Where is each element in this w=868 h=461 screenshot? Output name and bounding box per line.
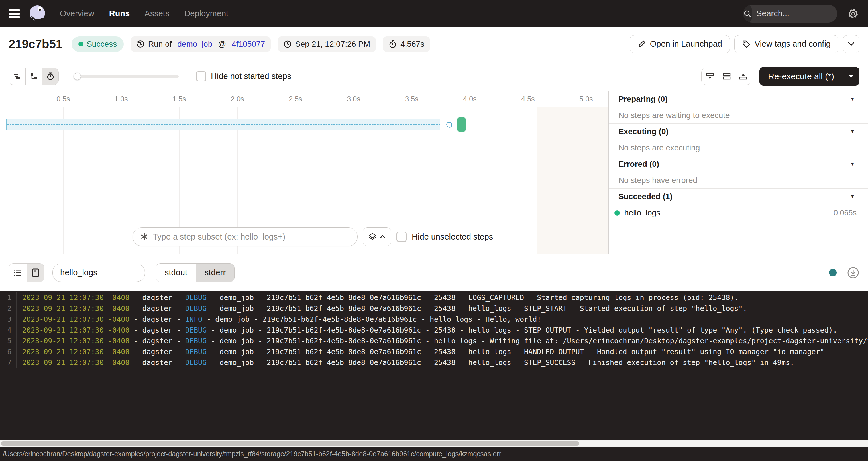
zoom-slider-handle[interactable]: [73, 73, 81, 80]
zoom-slider[interactable]: [73, 73, 179, 80]
duration-pill: 4.567s: [383, 36, 430, 52]
nav-overview[interactable]: Overview: [60, 9, 94, 18]
log-line: 2 2023-09-21 12:07:30 -0400 - dagster - …: [0, 303, 868, 314]
step-subset-field[interactable]: [153, 232, 350, 242]
nav-runs[interactable]: Runs: [109, 9, 130, 18]
run-actions-dropdown-button[interactable]: [843, 35, 860, 53]
chevron-up-icon: [379, 235, 386, 239]
reexecute-all-button[interactable]: Re-execute all (*): [760, 67, 860, 86]
run-main-area: 0.5s 1.0s 1.5s 2.0s 2.5s 3.0s 3.5s 4.0s …: [0, 91, 868, 254]
step-waiting-band: [6, 119, 440, 130]
log-toolbar: stdout stderr: [0, 254, 868, 290]
log-filter-field[interactable]: [60, 268, 137, 277]
job-link[interactable]: demo_job: [177, 40, 212, 49]
download-icon[interactable]: [847, 267, 860, 279]
step-subset-row: Hide unselected steps: [132, 227, 493, 246]
log-filter-input[interactable]: [53, 264, 145, 282]
axis-tick: 0.5s: [56, 91, 70, 107]
log-line: 3 2023-09-21 12:07:30 -0400 - dagster - …: [0, 314, 868, 325]
log-line: 6 2023-09-21 12:07:30 -0400 - dagster - …: [0, 346, 868, 357]
pencil-icon: [638, 40, 646, 49]
chevron-down-icon: ▼: [850, 194, 855, 199]
log-file-path: /Users/erincochran/Desktop/dagster-examp…: [3, 450, 501, 458]
chevron-down-icon: ▼: [850, 129, 855, 134]
log-view-mode-group: [8, 263, 44, 282]
axis-tick: 1.0s: [114, 91, 128, 107]
log-path-statusbar: /Users/erincochran/Desktop/dagster-examp…: [0, 447, 868, 461]
graph-query-toggle-button[interactable]: [363, 227, 391, 246]
nav-links: Overview Runs Assets Deployment: [60, 9, 228, 18]
gantt-view-mode-group: [8, 68, 59, 85]
hide-unselected-label: Hide unselected steps: [412, 232, 493, 242]
axis-tick: 4.0s: [463, 91, 476, 107]
gantt-plot-area: Hide unselected steps: [0, 107, 609, 254]
chevron-down-icon: ▼: [850, 161, 855, 167]
history-icon: [136, 40, 145, 49]
run-header: 219c7b51 Success Run of demo_job @ 4f105…: [0, 27, 868, 61]
hide-not-started-label: Hide not started steps: [211, 71, 291, 81]
section-executing-empty: No steps are executing: [609, 140, 868, 156]
step-status-panel: Preparing (0)▼ No steps are waiting to e…: [609, 91, 868, 254]
gantt-step-bar-hello-logs[interactable]: [457, 117, 466, 132]
after-run-end-region: [537, 107, 609, 254]
split-top-icon[interactable]: [735, 68, 751, 85]
log-line: 5 2023-09-21 12:07:30 -0400 - dagster - …: [0, 336, 868, 346]
stopwatch-icon: [389, 40, 397, 49]
section-executing[interactable]: Executing (0)▼: [609, 124, 868, 140]
raw-log-view-icon[interactable]: [27, 264, 44, 282]
step-subset-input[interactable]: [132, 227, 358, 246]
search-field[interactable]: [752, 9, 837, 18]
panel-layout-group: [701, 68, 751, 85]
gear-icon[interactable]: [847, 7, 860, 20]
axis-tick: 2.0s: [230, 91, 244, 107]
section-preparing[interactable]: Preparing (0)▼: [609, 91, 868, 107]
section-errored-empty: No steps have errored: [609, 173, 868, 189]
menu-icon[interactable]: [8, 9, 20, 18]
axis-tick: 3.0s: [347, 91, 360, 107]
structured-log-view-icon[interactable]: [9, 264, 27, 282]
log-line: 7 2023-09-21 12:07:30 -0400 - dagster - …: [0, 357, 868, 368]
status-badge: Success: [71, 36, 124, 52]
timestamp-pill: Sep 21, 12:07:26 PM: [278, 36, 376, 52]
hide-not-started-row[interactable]: Hide not started steps: [196, 71, 291, 82]
section-errored[interactable]: Errored (0)▼: [609, 156, 868, 173]
axis-tick: 5.0s: [579, 91, 593, 107]
section-succeeded[interactable]: Succeeded (1)▼: [609, 189, 868, 205]
scrollbar-thumb[interactable]: [1, 441, 579, 445]
log-line: 4 2023-09-21 12:07:30 -0400 - dagster - …: [0, 325, 868, 336]
nav-deployment[interactable]: Deployment: [184, 9, 228, 18]
open-in-launchpad-button[interactable]: Open in Launchpad: [630, 35, 730, 53]
split-bottom-icon[interactable]: [702, 68, 718, 85]
split-even-icon[interactable]: [718, 68, 735, 85]
log-output[interactable]: 1 2023-09-21 12:07:30 -0400 - dagster - …: [0, 290, 868, 440]
hide-not-started-checkbox[interactable]: [196, 71, 206, 82]
axis-tick: 4.5s: [521, 91, 535, 107]
search-icon: [743, 5, 752, 23]
step-marker-icon[interactable]: [446, 122, 452, 128]
reexecute-dropdown-icon[interactable]: [843, 74, 860, 79]
search-input[interactable]: /: [743, 5, 837, 23]
horizontal-scrollbar[interactable]: [0, 440, 868, 447]
view-tags-config-button[interactable]: View tags and config: [734, 35, 838, 53]
layers-icon: [368, 233, 377, 241]
snapshot-link[interactable]: 4f105077: [232, 40, 265, 49]
section-preparing-empty: No steps are waiting to execute: [609, 107, 868, 124]
tab-stderr[interactable]: stderr: [196, 264, 234, 282]
nav-assets[interactable]: Assets: [145, 9, 169, 18]
gantt-time-axis: 0.5s 1.0s 1.5s 2.0s 2.5s 3.0s 3.5s 4.0s …: [0, 91, 609, 107]
succeeded-step-row[interactable]: hello_logs 0.065s: [609, 205, 868, 221]
step-success-dot-icon: [614, 210, 620, 216]
axis-tick: 2.5s: [289, 91, 302, 107]
op-selector-icon: [140, 232, 149, 241]
flat-view-icon[interactable]: [9, 68, 25, 85]
log-stream-tabs: stdout stderr: [156, 263, 235, 282]
timed-view-icon[interactable]: [42, 68, 58, 85]
chevron-down-icon: ▼: [850, 96, 855, 102]
dagster-logo-icon[interactable]: [28, 4, 47, 23]
top-nav: Overview Runs Assets Deployment /: [0, 0, 868, 27]
hide-unselected-checkbox[interactable]: [396, 232, 407, 242]
success-dot-icon: [79, 41, 83, 47]
run-of-pill: Run of demo_job @ 4f105077: [130, 36, 271, 52]
tab-stdout[interactable]: stdout: [156, 264, 196, 282]
waterfall-view-icon[interactable]: [25, 68, 42, 85]
